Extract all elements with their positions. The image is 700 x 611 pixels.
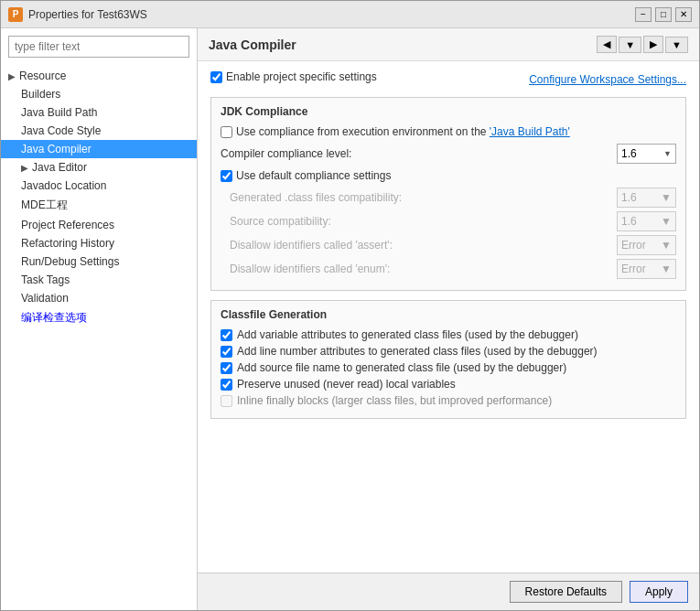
compliance-level-dropdown[interactable]: 1.6 ▼ [617,144,676,164]
disallow-assert-label: Disallow identifiers called 'assert': [230,239,617,252]
nav-arrows: ◀ ▼ ▶ ▼ [597,36,688,53]
disallow-assert-arrow: ▼ [661,239,672,252]
main-header: Java Compiler ◀ ▼ ▶ ▼ [198,28,699,61]
classfile-checkbox-3[interactable] [221,379,232,391]
sidebar-item-refactoring-history[interactable]: Refactoring History [1,234,197,252]
use-env-checkbox[interactable] [221,126,232,138]
classfile-item-4: Inline finally blocks (larger class file… [221,394,676,407]
java-build-path-link[interactable]: 'Java Build Path' [490,125,570,138]
sidebar-item-compile-check[interactable]: 编译检查选项 [1,307,197,328]
sidebar-item-java-build-path[interactable]: Java Build Path [1,103,197,122]
source-compat-label: Source compatibility: [230,215,617,228]
generated-class-dropdown[interactable]: 1.6 ▼ [617,188,676,208]
sidebar-item-run-debug-settings[interactable]: Run/Debug Settings [1,252,197,271]
restore-defaults-button[interactable]: Restore Defaults [510,581,622,603]
compliance-level-row: Compiler compliance level: 1.6 ▼ [221,144,676,164]
maximize-button[interactable]: □ [655,7,672,22]
jdk-compliance-section: JDK Compliance Use compliance from execu… [210,97,686,291]
nav-tree: ▶ Resource Builders Java Build Path Java… [1,65,197,610]
main-window: P Properties for Test63WS − □ ✕ ▶ Resour… [0,0,700,611]
classfile-checkbox-4[interactable] [221,395,232,407]
sidebar-item-builders[interactable]: Builders [1,85,197,103]
sidebar-item-java-code-style[interactable]: Java Code Style [1,122,197,140]
title-bar: P Properties for Test63WS − □ ✕ [1,1,699,28]
use-default-label: Use default compliance settings [236,169,391,182]
disallow-enum-arrow: ▼ [661,263,672,275]
window-icon: P [8,7,23,22]
generated-class-label: Generated .class files compatibility: [230,191,617,204]
compliance-level-arrow: ▼ [663,149,672,158]
footer: Restore Defaults Apply [198,573,699,610]
enable-settings-row: Enable project specific settings Configu… [210,70,686,88]
use-env-row: Use compliance from execution environmen… [221,125,676,138]
source-compat-arrow: ▼ [661,215,672,228]
classfile-checkbox-1[interactable] [221,346,232,358]
sidebar-item-resource[interactable]: ▶ Resource [1,67,197,85]
arrow-icon: ▶ [8,71,16,81]
close-button[interactable]: ✕ [675,7,692,22]
sidebar-item-javadoc-location[interactable]: Javadoc Location [1,177,197,195]
disallow-enum-row: Disallow identifiers called 'enum': Erro… [221,259,676,279]
disallow-assert-dropdown[interactable]: Error ▼ [617,235,676,255]
classfile-label-2: Add source file name to generated class … [237,361,566,374]
disallow-enum-label: Disallow identifiers called 'enum': [230,263,617,275]
enable-settings-label: Enable project specific settings [226,70,377,83]
source-compat-row: Source compatibility: 1.6 ▼ [221,211,676,231]
content-area: ▶ Resource Builders Java Build Path Java… [1,28,699,610]
classfile-label-3: Preserve unused (never read) local varia… [237,378,456,391]
disallow-assert-row: Disallow identifiers called 'assert': Er… [221,235,676,255]
disallow-enum-dropdown[interactable]: Error ▼ [617,259,676,279]
title-bar-buttons: − □ ✕ [635,7,692,22]
use-default-row: Use default compliance settings [221,169,676,182]
classfile-generation-section: Classfile Generation Add variable attrib… [210,300,686,419]
classfile-label-0: Add variable attributes to generated cla… [237,328,578,341]
generated-class-row: Generated .class files compatibility: 1.… [221,188,676,208]
apply-button[interactable]: Apply [630,581,688,603]
classfile-item-2: Add source file name to generated class … [221,361,676,374]
compliance-level-label: Compiler compliance level: [221,147,351,160]
classfile-checkbox-0[interactable] [221,329,232,341]
main-content: Enable project specific settings Configu… [198,61,699,573]
filter-input[interactable] [8,36,189,58]
classfile-generation-title: Classfile Generation [221,308,676,321]
classfile-checkbox-2[interactable] [221,362,232,374]
classfile-item-0: Add variable attributes to generated cla… [221,328,676,341]
main-title: Java Compiler [209,38,296,52]
source-compat-dropdown[interactable]: 1.6 ▼ [617,211,676,231]
jdk-compliance-title: JDK Compliance [221,105,676,118]
generated-class-arrow: ▼ [661,191,672,204]
sidebar-item-validation[interactable]: Validation [1,289,197,307]
nav-dropdown-button[interactable]: ▼ [619,37,641,53]
use-default-checkbox[interactable] [221,170,232,182]
sidebar-item-task-tags[interactable]: Task Tags [1,271,197,289]
arrow-icon-editor: ▶ [21,163,28,173]
classfile-label-1: Add line number attributes to generated … [237,345,598,358]
use-env-label: Use compliance from execution environmen… [236,125,570,138]
classfile-item-3: Preserve unused (never read) local varia… [221,378,676,391]
window-title: Properties for Test63WS [28,8,635,21]
sidebar-item-mde-project[interactable]: MDE工程 [1,195,197,216]
nav-dropdown2-button[interactable]: ▼ [665,37,688,53]
sidebar-item-project-references[interactable]: Project References [1,216,197,234]
configure-workspace-link[interactable]: Configure Workspace Settings... [529,73,686,86]
sidebar: ▶ Resource Builders Java Build Path Java… [1,28,198,610]
nav-back-button[interactable]: ◀ [597,36,617,53]
classfile-label-4: Inline finally blocks (larger class file… [237,394,552,407]
enable-settings-checkbox[interactable] [210,71,222,83]
classfile-item-1: Add line number attributes to generated … [221,345,676,358]
minimize-button[interactable]: − [635,7,652,22]
nav-forward-button[interactable]: ▶ [643,36,663,53]
main-panel: Java Compiler ◀ ▼ ▶ ▼ Enable project spe… [198,28,699,610]
sidebar-item-java-compiler[interactable]: Java Compiler [1,140,197,158]
enable-settings-checkbox-row: Enable project specific settings [210,70,377,83]
sidebar-item-java-editor[interactable]: ▶ Java Editor [1,158,197,177]
